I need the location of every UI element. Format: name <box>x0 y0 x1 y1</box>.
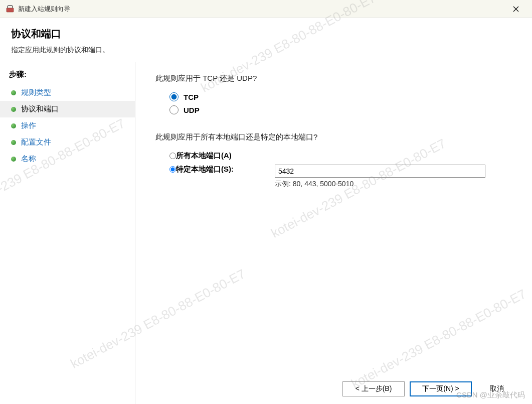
radio-all-ports-label: 所有本地端口(A) <box>176 151 232 161</box>
port-radio-group: 所有本地端口(A) 特定本地端口(S): 示例: 80, 443, 5000-5… <box>169 151 512 189</box>
bullet-icon <box>11 157 16 162</box>
wizard-header: 协议和端口 指定应用此规则的协议和端口。 <box>0 18 532 62</box>
radio-all-ports[interactable] <box>169 153 176 159</box>
sidebar-header: 步骤: <box>0 68 135 84</box>
radio-udp-label: UDP <box>184 106 200 114</box>
bullet-icon <box>11 107 16 112</box>
app-icon <box>6 5 14 13</box>
bullet-icon <box>11 140 16 145</box>
sidebar-item-rule-type[interactable]: 规则类型 <box>0 84 135 101</box>
radio-row-specific-ports: 特定本地端口(S): 示例: 80, 443, 5000-5010 <box>169 165 512 189</box>
cancel-button[interactable]: 取消 <box>477 381 517 396</box>
sidebar-item-label: 名称 <box>21 154 36 164</box>
page-title: 协议和端口 <box>11 27 521 41</box>
back-button[interactable]: < 上一步(B) <box>342 381 405 396</box>
radio-udp[interactable] <box>169 105 179 114</box>
radio-row-udp: UDP <box>169 105 512 114</box>
sidebar-item-label: 协议和端口 <box>21 104 59 114</box>
radio-row-all-ports: 所有本地端口(A) <box>169 151 512 161</box>
radio-tcp[interactable] <box>169 92 179 101</box>
main-panel: 此规则应用于 TCP 还是 UDP? TCP UDP 此规则应用于所有本地端口还… <box>135 62 532 404</box>
sidebar-item-name[interactable]: 名称 <box>0 151 135 167</box>
radio-row-tcp: TCP <box>169 92 512 101</box>
protocol-radio-group: TCP UDP <box>169 92 512 114</box>
sidebar-item-protocol-port[interactable]: 协议和端口 <box>0 101 135 117</box>
radio-tcp-label: TCP <box>184 93 199 101</box>
port-section: 此规则应用于所有本地端口还是特定的本地端口? 所有本地端口(A) 特定本地端口(… <box>155 132 512 189</box>
content-area: 步骤: 规则类型 协议和端口 操作 配置文件 名称 此规则应用于 TCP 还是 … <box>0 62 532 404</box>
protocol-question: 此规则应用于 TCP 还是 UDP? <box>155 74 512 83</box>
port-question: 此规则应用于所有本地端口还是特定的本地端口? <box>155 132 512 142</box>
svg-rect-0 <box>7 8 14 12</box>
sidebar-item-label: 规则类型 <box>21 88 51 97</box>
titlebar: 新建入站规则向导 <box>0 0 532 18</box>
sidebar-item-action[interactable]: 操作 <box>0 117 135 134</box>
next-button[interactable]: 下一页(N) > <box>410 381 472 396</box>
port-example-text: 示例: 80, 443, 5000-5010 <box>275 180 485 189</box>
sidebar-item-label: 配置文件 <box>21 138 51 147</box>
wizard-footer: < 上一步(B) 下一页(N) > 取消 <box>342 381 517 396</box>
bullet-icon <box>11 90 16 95</box>
close-button[interactable] <box>506 2 526 17</box>
radio-specific-ports[interactable] <box>169 166 176 173</box>
sidebar-item-label: 操作 <box>21 121 36 130</box>
port-input[interactable] <box>275 165 485 178</box>
bullet-icon <box>11 123 16 128</box>
steps-sidebar: 步骤: 规则类型 协议和端口 操作 配置文件 名称 <box>0 62 135 404</box>
page-subtitle: 指定应用此规则的协议和端口。 <box>11 46 521 55</box>
sidebar-item-profile[interactable]: 配置文件 <box>0 134 135 151</box>
radio-specific-ports-label: 特定本地端口(S): <box>176 165 234 174</box>
window-title: 新建入站规则向导 <box>18 5 506 14</box>
